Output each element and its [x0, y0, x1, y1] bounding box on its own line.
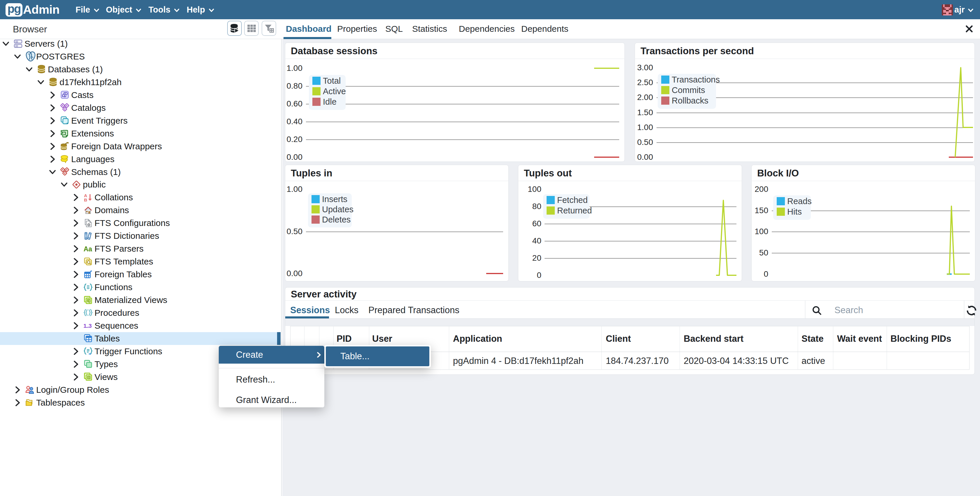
svg-text:B: B: [84, 197, 87, 202]
svg-text:1..3: 1..3: [83, 323, 92, 329]
svg-text:Aa: Aa: [83, 245, 92, 253]
